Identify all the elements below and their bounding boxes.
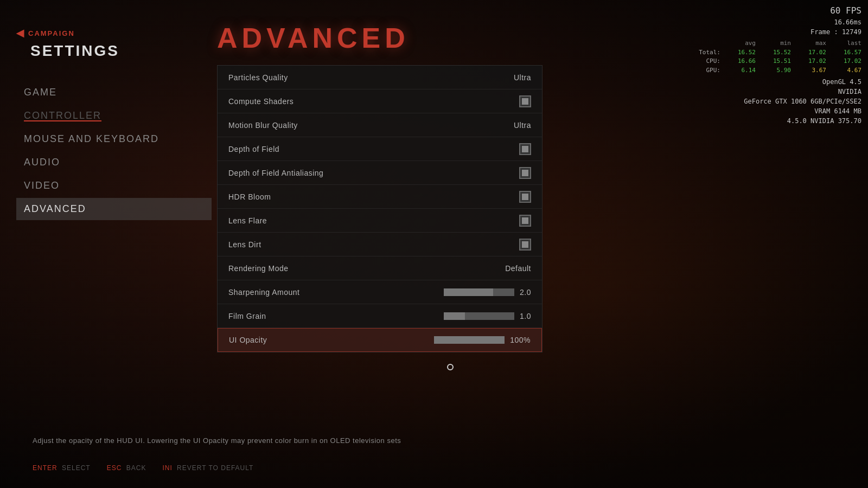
key-ini: INI	[162, 464, 172, 472]
cursor	[447, 364, 454, 370]
sidebar-item-game[interactable]: GAME	[16, 81, 212, 104]
setting-value-rendering-mode: Default	[505, 264, 531, 273]
setting-ui-opacity[interactable]: UI Opacity 100%	[218, 328, 542, 352]
setting-sharpening[interactable]: Sharpening Amount 2.0	[218, 280, 542, 304]
back-arrow-icon[interactable]: ◀	[16, 27, 24, 39]
setting-value-sharpening: 2.0	[520, 288, 531, 297]
main-content: ADVANCED Particles Quality Ultra Compute…	[217, 22, 781, 352]
setting-name-dof-aa: Depth of Field Antialiasing	[228, 169, 323, 177]
control-revert: INI REVERT TO DEFAULT	[162, 464, 253, 472]
slider-opacity-container: 100%	[434, 336, 531, 344]
checkbox-inner-lens-flare	[522, 217, 528, 224]
slider-film-fill	[444, 312, 465, 320]
setting-name-rendering-mode: Rendering Mode	[228, 264, 289, 273]
checkbox-inner-lens-dirt	[522, 241, 528, 248]
key-enter: ENTER	[33, 464, 58, 472]
setting-name-film-grain: Film Grain	[228, 312, 266, 320]
slider-opacity-fill	[434, 336, 505, 344]
action-revert: REVERT TO DEFAULT	[177, 464, 253, 472]
hud-last-label: last	[837, 39, 861, 48]
sidebar-item-mouse-keyboard[interactable]: MOUSE AND KEYBOARD	[16, 128, 212, 150]
setting-value-particles: Ultra	[514, 73, 531, 82]
setting-name-particles: Particles Quality	[228, 73, 288, 82]
setting-value-film: 1.0	[520, 312, 531, 320]
slider-sharpening-container: 2.0	[444, 288, 531, 297]
content-root: 60 FPS 16.66ms Frame : 12749 avg min max…	[0, 0, 868, 488]
setting-film-grain[interactable]: Film Grain 1.0	[218, 304, 542, 328]
sidebar-item-controller[interactable]: CONTROLLER	[16, 105, 212, 127]
action-back: BACK	[126, 464, 146, 472]
hud-cpu-max: 17.02	[802, 57, 826, 66]
setting-motion-blur[interactable]: Motion Blur Quality Ultra	[218, 113, 542, 137]
checkbox-inner-dof-aa	[522, 170, 528, 176]
action-select: SELECT	[62, 464, 91, 472]
info-bar: Adjust the opacity of the HUD UI. Loweri…	[33, 436, 781, 445]
slider-sharpening-track[interactable]	[444, 288, 514, 296]
control-esc: ESC BACK	[107, 464, 146, 472]
setting-name-sharpening: Sharpening Amount	[228, 288, 299, 297]
sidebar-item-advanced[interactable]: ADVANCED	[16, 198, 212, 220]
slider-opacity-track[interactable]	[434, 336, 505, 344]
setting-rendering-mode[interactable]: Rendering Mode Default	[218, 256, 542, 280]
info-text: Adjust the opacity of the HUD UI. Loweri…	[33, 436, 401, 445]
page-title: ADVANCED	[217, 22, 781, 54]
control-enter: ENTER SELECT	[33, 464, 91, 472]
setting-value-ui-opacity: 100%	[510, 336, 531, 344]
setting-name-lens-flare: Lens Flare	[228, 216, 267, 225]
checkbox-lens-flare[interactable]	[519, 215, 531, 227]
hud-fps: 60 FPS	[693, 4, 861, 17]
checkbox-dof-aa[interactable]	[519, 167, 531, 179]
setting-name-lens-dirt: Lens Dirt	[228, 240, 261, 249]
setting-name-hdr-bloom: HDR Bloom	[228, 192, 271, 201]
checkbox-inner-dof	[522, 146, 528, 152]
hud-max-label: max	[802, 39, 826, 48]
setting-compute-shaders[interactable]: Compute Shaders	[218, 89, 542, 113]
slider-film-track[interactable]	[444, 312, 514, 320]
setting-lens-flare[interactable]: Lens Flare	[218, 209, 542, 233]
nav-menu: GAME CONTROLLER MOUSE AND KEYBOARD AUDIO…	[16, 81, 212, 220]
hud-gpu-max: 3.67	[802, 66, 826, 75]
settings-panel: Particles Quality Ultra Compute Shaders …	[217, 65, 542, 352]
checkbox-inner-hdr-bloom	[522, 194, 528, 200]
key-esc: ESC	[107, 464, 122, 472]
hud-gpu-last: 4.67	[837, 66, 861, 75]
setting-particles-quality[interactable]: Particles Quality Ultra	[218, 66, 542, 89]
bottom-controls: ENTER SELECT ESC BACK INI REVERT TO DEFA…	[33, 464, 253, 472]
checkbox-lens-dirt[interactable]	[519, 239, 531, 251]
campaign-label: CAMPAIGN	[28, 29, 75, 37]
sidebar-item-video[interactable]: VIDEO	[16, 175, 212, 197]
checkbox-dof[interactable]	[519, 143, 531, 155]
sidebar-item-audio[interactable]: AUDIO	[16, 151, 212, 174]
checkbox-hdr-bloom[interactable]	[519, 191, 531, 203]
setting-name-compute: Compute Shaders	[228, 97, 293, 106]
slider-film-container: 1.0	[444, 312, 531, 320]
hud-cpu-last: 17.02	[837, 57, 861, 66]
sidebar: ◀ CAMPAIGN SETTINGS GAME CONTROLLER MOUS…	[16, 27, 212, 220]
campaign-nav: ◀ CAMPAIGN	[16, 27, 212, 39]
checkbox-compute[interactable]	[519, 95, 531, 107]
settings-label: SETTINGS	[30, 42, 212, 60]
setting-depth-of-field[interactable]: Depth of Field	[218, 137, 542, 161]
slider-sharpening-fill	[444, 288, 493, 296]
setting-lens-dirt[interactable]: Lens Dirt	[218, 233, 542, 256]
setting-dof-aa[interactable]: Depth of Field Antialiasing	[218, 161, 542, 185]
setting-value-motion-blur: Ultra	[514, 121, 531, 130]
hud-total-max: 17.02	[802, 48, 826, 57]
checkbox-inner-compute	[522, 98, 528, 105]
hud-total-last: 16.57	[837, 48, 861, 57]
setting-hdr-bloom[interactable]: HDR Bloom	[218, 185, 542, 209]
setting-name-motion-blur: Motion Blur Quality	[228, 121, 298, 130]
setting-name-dof: Depth of Field	[228, 145, 279, 153]
setting-name-ui-opacity: UI Opacity	[229, 336, 267, 344]
